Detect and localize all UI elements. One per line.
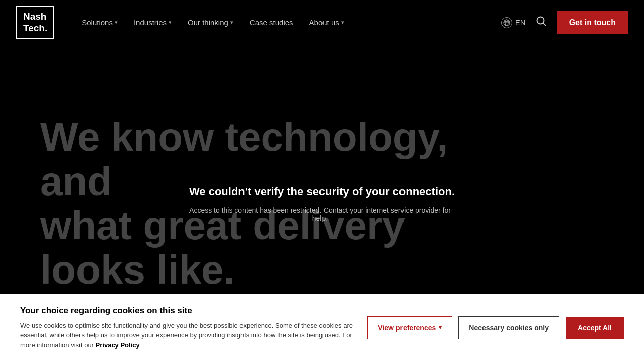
accept-all-button[interactable]: Accept All — [566, 317, 624, 339]
chevron-down-icon: ▾ — [169, 19, 172, 26]
nav-item-industries[interactable]: Industries ▾ — [127, 14, 179, 31]
search-button[interactable] — [534, 14, 549, 31]
navbar: Nash Tech. Solutions ▾ Industries ▾ Our … — [0, 0, 644, 45]
chevron-down-icon: ▾ — [230, 19, 233, 26]
security-overlay: We couldn't verify the security of your … — [189, 185, 455, 222]
view-preferences-button[interactable]: View preferences ▾ — [367, 316, 452, 339]
language-selector[interactable]: EN — [501, 17, 526, 28]
cookie-text-area: Your choice regarding cookies on this si… — [20, 306, 367, 350]
cookie-banner: Your choice regarding cookies on this si… — [0, 294, 644, 363]
svg-line-6 — [543, 23, 546, 26]
nav-item-about-us[interactable]: About us ▾ — [302, 14, 351, 31]
nav-right: EN Get in touch — [501, 11, 628, 34]
cookie-body: We use cookies to optimise site function… — [20, 321, 367, 350]
lang-label: EN — [515, 18, 526, 27]
nav-item-solutions[interactable]: Solutions ▾ — [74, 14, 125, 31]
nav-item-our-thinking[interactable]: Our thinking ▾ — [181, 14, 240, 31]
logo-line2: Tech. — [23, 23, 47, 34]
globe-icon — [501, 17, 512, 28]
chevron-down-icon: ▾ — [341, 19, 344, 26]
privacy-policy-link[interactable]: Privacy Policy — [96, 341, 140, 349]
security-body: Access to this content has been restrict… — [189, 206, 451, 222]
logo-line1: Nash — [23, 11, 47, 23]
security-title: We couldn't verify the security of your … — [189, 185, 455, 198]
cookie-title: Your choice regarding cookies on this si… — [20, 306, 367, 316]
get-in-touch-button[interactable]: Get in touch — [557, 11, 628, 34]
nav-item-case-studies[interactable]: Case studies — [243, 14, 300, 31]
necessary-cookies-button[interactable]: Necessary cookies only — [458, 316, 559, 339]
cookie-buttons: View preferences ▾ Necessary cookies onl… — [367, 316, 624, 339]
chevron-down-icon: ▾ — [439, 324, 442, 331]
nav-links: Solutions ▾ Industries ▾ Our thinking ▾ … — [74, 14, 501, 31]
chevron-down-icon: ▾ — [115, 19, 118, 26]
logo[interactable]: Nash Tech. — [16, 6, 54, 39]
